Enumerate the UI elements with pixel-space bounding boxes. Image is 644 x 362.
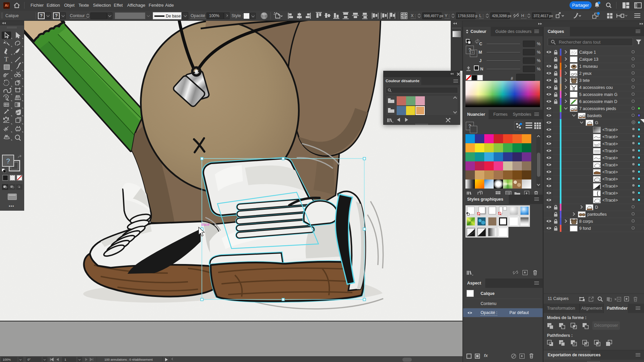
svg-text:T: T bbox=[4, 56, 8, 63]
svg-text:tracé: tracé bbox=[201, 222, 209, 226]
